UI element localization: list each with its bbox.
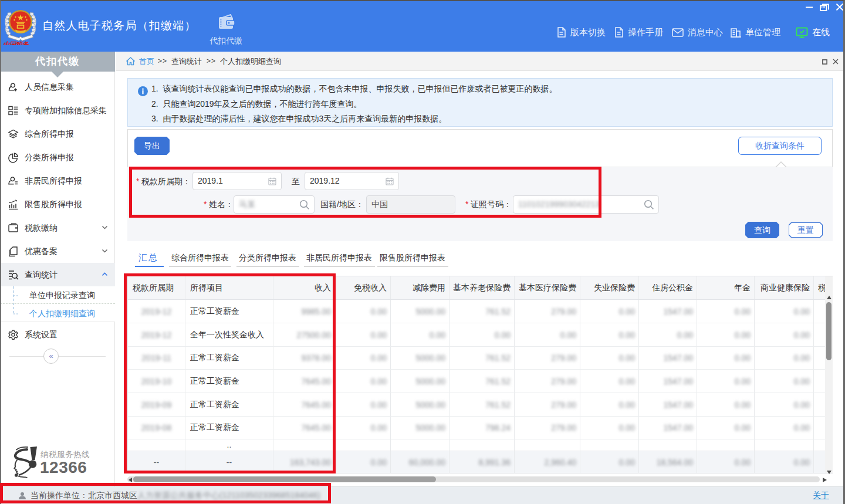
svg-text:中国税务: 中国税务 bbox=[3, 41, 30, 45]
